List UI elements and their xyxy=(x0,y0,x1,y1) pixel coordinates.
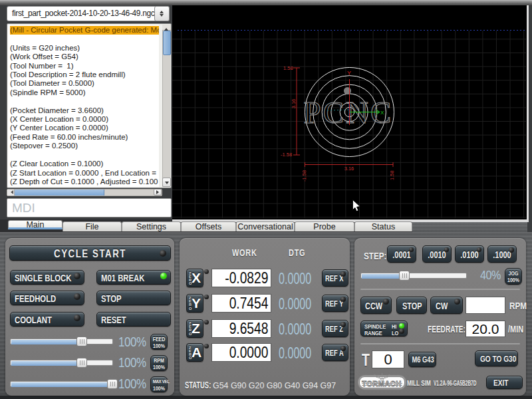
svg-text:X: X xyxy=(380,110,384,116)
svg-text:Y: Y xyxy=(347,70,351,76)
svg-text:-1.58: -1.58 xyxy=(281,152,292,158)
svg-text:1.58: 1.58 xyxy=(389,170,395,180)
svg-text:-1.58: -1.58 xyxy=(301,170,307,182)
svg-text:1.58: 1.58 xyxy=(283,65,293,71)
svg-text:3.16: 3.16 xyxy=(344,166,354,172)
svg-text:TORMACH: TORMACH xyxy=(362,380,402,388)
svg-text:3.16: 3.16 xyxy=(291,99,297,109)
